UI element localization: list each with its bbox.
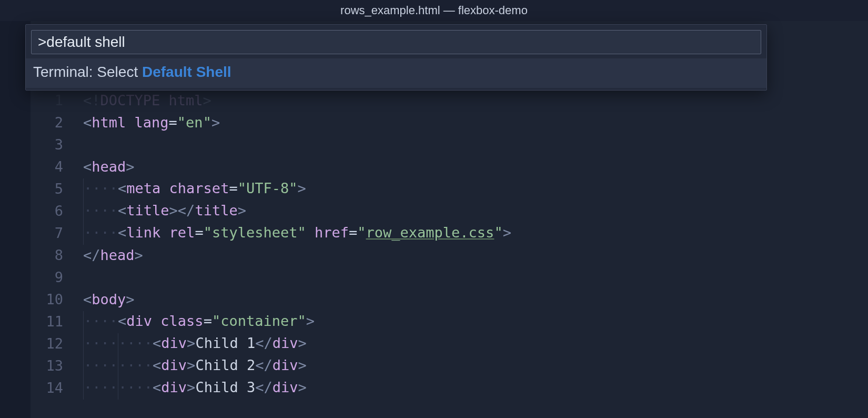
- code-line[interactable]: 3: [31, 134, 868, 156]
- code-line[interactable]: 12 ········<div>Child 1</div>: [31, 333, 868, 355]
- code-line[interactable]: 14 ········<div>Child 3</div>: [31, 377, 868, 399]
- result-prefix: Terminal: Select: [33, 64, 142, 80]
- code-line[interactable]: 10 <body>: [31, 288, 868, 311]
- line-number: 14: [31, 377, 83, 399]
- command-palette-input[interactable]: [31, 30, 761, 54]
- command-palette[interactable]: Terminal: Select Default Shell: [25, 24, 767, 91]
- code-line[interactable]: 1 <!DOCTYPE html>: [31, 89, 868, 112]
- line-number: 13: [31, 355, 83, 377]
- line-number: 8: [31, 244, 83, 266]
- code-line[interactable]: 7 ····<link rel="stylesheet" href="row_e…: [31, 222, 868, 244]
- line-number: 6: [31, 200, 83, 222]
- code-line[interactable]: 4 <head>: [31, 156, 868, 178]
- line-number: 12: [31, 333, 83, 355]
- line-number: 5: [31, 178, 83, 200]
- line-number: 10: [31, 288, 83, 311]
- code-line[interactable]: 13 ········<div>Child 2</div>: [31, 355, 868, 377]
- code-line[interactable]: 5 ····<meta charset="UTF-8">: [31, 178, 868, 200]
- code-editor[interactable]: 1 <!DOCTYPE html> 2 <html lang="en"> 3 4…: [31, 89, 868, 418]
- code-line[interactable]: 6 ····<title></title>: [31, 200, 868, 222]
- stylesheet-link[interactable]: row_example.css: [366, 224, 494, 241]
- line-number: 9: [31, 266, 83, 288]
- window-title: rows_example.html — flexbox-demo: [340, 4, 528, 17]
- command-palette-input-wrap: [26, 25, 766, 58]
- command-palette-result[interactable]: Terminal: Select Default Shell: [26, 58, 766, 88]
- line-number: 2: [31, 112, 83, 134]
- line-number: 3: [31, 134, 83, 156]
- line-number: 11: [31, 311, 83, 333]
- line-number: 4: [31, 156, 83, 178]
- window-titlebar: rows_example.html — flexbox-demo: [0, 0, 868, 21]
- line-number: 7: [31, 222, 83, 244]
- code-line[interactable]: 9: [31, 266, 868, 288]
- code-line[interactable]: 11 ····<div class="container">: [31, 311, 868, 333]
- line-number: 1: [31, 89, 83, 112]
- result-highlight: Default Shell: [142, 64, 231, 80]
- code-line[interactable]: 8 </head>: [31, 244, 868, 266]
- code-line[interactable]: 2 <html lang="en">: [31, 112, 868, 134]
